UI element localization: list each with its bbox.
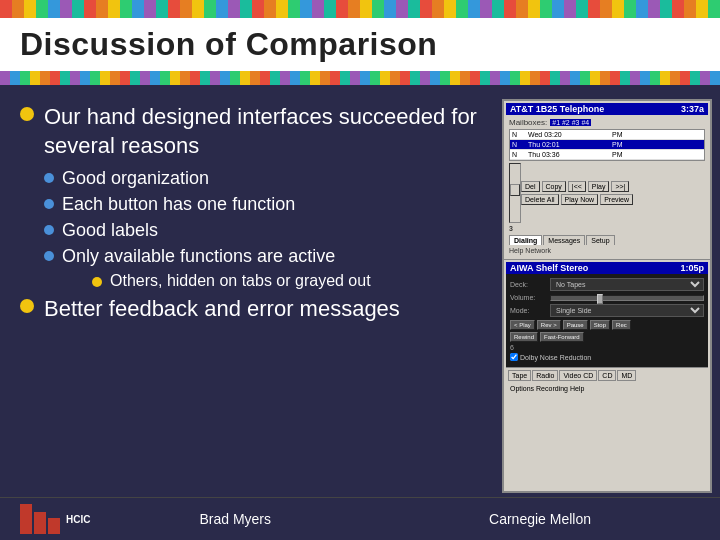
phone-tab-messages[interactable]: Messages: [543, 235, 585, 245]
main-bullet-text: Our hand designed interfaces succeeded f…: [44, 103, 486, 160]
phone-slider-volume-row: Del Copy |<< Play >>| Delete All Play No…: [509, 163, 705, 223]
stereo-dolby-row: Dolby Noise Reduction: [510, 353, 704, 361]
phone-buttons-row1: Del Copy |<< Play >>|: [521, 181, 705, 192]
logo-bar-3: [48, 518, 60, 534]
phone-number-label: 3: [509, 225, 705, 232]
top-decorative-border: [0, 0, 720, 18]
sub-bullet-dot-2: [44, 199, 54, 209]
bottom-bullet-text: Better feedback and error messages: [44, 295, 400, 324]
stereo-pause-button[interactable]: Pause: [563, 320, 588, 330]
phone-message-table: N Wed 03:20 PM N Thu 02:01 PM N Thu 03:3…: [509, 129, 705, 161]
stereo-volume-label: Volume:: [510, 294, 546, 301]
stereo-buttons-row1: < Play Rev > Pause Stop Rec: [510, 320, 704, 330]
phone-mailboxes-row: Mailboxes: #1 #2 #3 #4: [509, 118, 705, 127]
stereo-tab-radio[interactable]: Radio: [532, 370, 558, 381]
hcic-logo: [20, 504, 60, 534]
phone-table-row-1: N Wed 03:20 PM: [510, 130, 704, 140]
phone-row1-col3: PM: [612, 131, 672, 138]
stereo-dolby-checkbox[interactable]: [510, 353, 518, 361]
footer-logo-area: HCIC: [20, 504, 90, 534]
stereo-rewind-button[interactable]: Rewind: [510, 332, 538, 342]
phone-row1-col1: N: [512, 131, 528, 138]
phone-row3-col3: PM: [612, 151, 672, 158]
phone-titlebar: AT&T 1B25 Telephone 3:37a: [506, 103, 708, 115]
stereo-body: Deck: No Tapes Volume: Mode:: [506, 274, 708, 367]
phone-buttons-row2: Delete All Play Now Preview: [521, 194, 705, 205]
phone-row1-col2: Wed 03:20: [528, 131, 612, 138]
phone-tab-setup[interactable]: Setup: [586, 235, 614, 245]
stereo-play-button[interactable]: < Play: [510, 320, 535, 330]
stereo-tab-tape[interactable]: Tape: [508, 370, 531, 381]
phone-right-buttons: Del Copy |<< Play >>| Delete All Play No…: [521, 179, 705, 207]
stereo-mode-select[interactable]: Single Side: [550, 304, 704, 317]
stereo-tab-video-cd[interactable]: Video CD: [559, 370, 597, 381]
stereo-deck-label: Deck:: [510, 281, 546, 288]
phone-tab-dialing[interactable]: Dialing: [509, 235, 542, 245]
phone-tabs: Dialing Messages Setup: [509, 235, 705, 245]
phone-slider-track: [509, 163, 521, 223]
stereo-title: AIWA Shelf Stereo: [510, 263, 588, 273]
indent-bullet-dot: [92, 277, 102, 287]
phone-body: Mailboxes: #1 #2 #3 #4 N Wed 03:20 PM N …: [506, 115, 708, 257]
sub-bullet-dot-1: [44, 173, 54, 183]
indent-bullet-text: Others, hidden on tabs or grayed out: [110, 272, 371, 290]
phone-play-button[interactable]: Play: [588, 181, 610, 192]
stereo-deck-select[interactable]: No Tapes: [550, 278, 704, 291]
phone-copy-button[interactable]: Copy: [542, 181, 566, 192]
bullet-dot-bottom: [20, 299, 34, 313]
footer-institution: Carnegie Mellon: [489, 511, 591, 527]
main-content: Our hand designed interfaces succeeded f…: [0, 95, 502, 497]
sub-bullet-2: Each button has one function: [44, 194, 486, 215]
phone-row3-col2: Thu 03:36: [528, 151, 612, 158]
stereo-deck-row: Deck: No Tapes: [510, 278, 704, 291]
phone-del-button[interactable]: Del: [521, 181, 540, 192]
stereo-volume-slider[interactable]: [550, 295, 704, 301]
stereo-time: 1:05p: [680, 263, 704, 273]
phone-next-button[interactable]: >>|: [611, 181, 629, 192]
sub-bullet-dot-4: [44, 251, 54, 261]
stereo-tab-cd[interactable]: CD: [598, 370, 616, 381]
phone-row2-col3: PM: [612, 141, 672, 148]
stereo-tabs-bar: Tape Radio Video CD CD MD: [506, 367, 708, 383]
indent-bullet-item: Others, hidden on tabs or grayed out: [92, 272, 486, 290]
phone-volume-slider: [509, 163, 519, 223]
stereo-tab-md[interactable]: MD: [617, 370, 636, 381]
phone-delete-all-button[interactable]: Delete All: [521, 194, 559, 205]
sidebar-screenshots: AT&T 1B25 Telephone 3:37a Mailboxes: #1 …: [502, 99, 712, 493]
sub-bullet-text-3: Good labels: [62, 220, 158, 241]
stereo-stop-button[interactable]: Stop: [590, 320, 610, 330]
phone-row2-col1: N: [512, 141, 528, 148]
sub-bullet-text-4: Only available functions are active: [62, 246, 335, 267]
footer-text-area: Brad Myers Carnegie Mellon: [90, 511, 700, 527]
phone-table-row-3: N Thu 03:36 PM: [510, 150, 704, 160]
logo-bar-1: [20, 504, 32, 534]
phone-slider-thumb: [510, 184, 520, 196]
mid-decorative-border: [0, 71, 720, 85]
stereo-volume-row: Volume:: [510, 294, 704, 301]
sub-bullet-dot-3: [44, 225, 54, 235]
stereo-rev-button[interactable]: Rev >: [537, 320, 561, 330]
stereo-volume-thumb: [597, 294, 603, 304]
phone-time: 3:37a: [681, 104, 704, 114]
phone-preview-button[interactable]: Preview: [600, 194, 633, 205]
stereo-mode-row: Mode: Single Side: [510, 304, 704, 317]
sub-bullet-1: Good organization: [44, 168, 486, 189]
phone-mailboxes-label: Mailboxes:: [509, 118, 547, 127]
stereo-rec-button[interactable]: Rec: [612, 320, 631, 330]
footer-author: Brad Myers: [199, 511, 271, 527]
stereo-mode-label: Mode:: [510, 307, 546, 314]
phone-row3-col1: N: [512, 151, 528, 158]
phone-prev-button[interactable]: |<<: [568, 181, 586, 192]
stereo-buttons-row2: Rewind Fast-Forward: [510, 332, 704, 342]
main-bullet-item: Our hand designed interfaces succeeded f…: [20, 103, 486, 160]
phone-play-now-button[interactable]: Play Now: [561, 194, 599, 205]
slide: Discussion of Comparison Our hand design…: [0, 0, 720, 540]
content-area: Our hand designed interfaces succeeded f…: [0, 85, 720, 497]
footer: HCIC Brad Myers Carnegie Mellon: [0, 497, 720, 540]
logo-bar-2: [34, 512, 46, 534]
stereo-titlebar: AIWA Shelf Stereo 1:05p: [506, 262, 708, 274]
bullet-dot-main: [20, 107, 34, 121]
stereo-ff-button[interactable]: Fast-Forward: [540, 332, 584, 342]
stereo-number-label: 6: [510, 344, 704, 351]
sub-bullets-list: Good organization Each button has one fu…: [44, 168, 486, 290]
